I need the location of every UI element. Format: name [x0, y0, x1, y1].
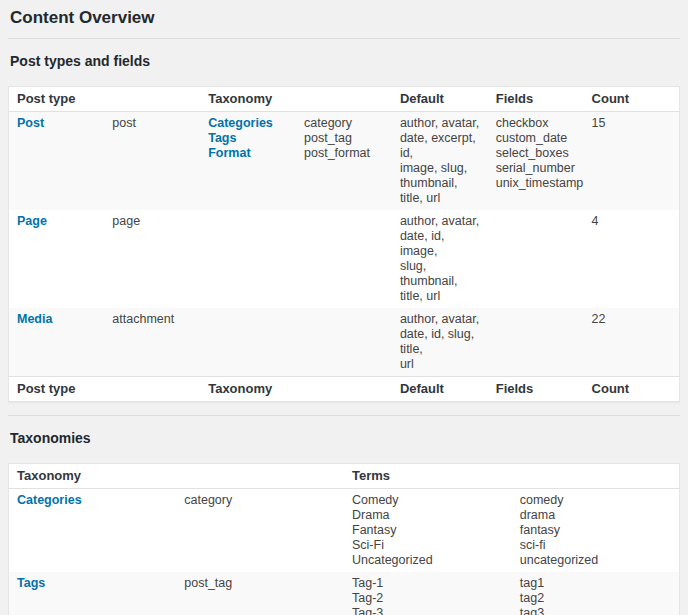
page-default-fields: author, avatar, date, id, image, slug, t…: [392, 210, 488, 308]
media-default-fields: author, avatar, date, id, slug, title, u…: [392, 308, 488, 377]
categories-slug: category: [176, 489, 344, 573]
header-taxonomy2: Taxonomy: [9, 464, 345, 489]
post-types-footer-row: Post type Taxonomy Default Fields Count: [9, 377, 680, 402]
header-terms: Terms: [344, 464, 680, 489]
taxonomy-row-link-categories[interactable]: Categories: [17, 493, 82, 508]
post-types-header-row: Post type Taxonomy Default Fields Count: [9, 87, 680, 112]
footer-taxonomy: Taxonomy: [200, 377, 392, 402]
content-overview-page: Content Overview Post types and fields P…: [0, 8, 688, 615]
table-row-tags: Tags post_tag Tag-1 Tag-2 Tag-3 tag1 tag…: [9, 572, 680, 615]
post-types-table: Post type Taxonomy Default Fields Count …: [8, 86, 680, 402]
media-type-slug: attachment: [104, 308, 200, 377]
tags-term-slugs: tag1 tag2 tag3: [512, 572, 680, 615]
footer-post-type: Post type: [9, 377, 201, 402]
post-type-link-post[interactable]: Post: [17, 116, 44, 131]
header-post-type: Post type: [9, 87, 201, 112]
taxonomy-link-categories[interactable]: Categories: [208, 116, 288, 131]
header-default: Default: [392, 87, 488, 112]
footer-count: Count: [584, 377, 680, 402]
post-type-link-media[interactable]: Media: [17, 312, 52, 327]
header-fields: Fields: [488, 87, 584, 112]
page-type-slug: page: [104, 210, 200, 308]
media-taxonomy-slugs: [296, 308, 392, 377]
page-title: Content Overview: [10, 8, 678, 28]
tags-term-names: Tag-1 Tag-2 Tag-3: [344, 572, 512, 615]
categories-name-cell: Categories: [9, 489, 177, 573]
table-row-media: Media attachment author, avatar, date, i…: [9, 308, 680, 377]
page-taxonomy-links-cell: [200, 210, 296, 308]
footer-fields: Fields: [488, 377, 584, 402]
footer-default: Default: [392, 377, 488, 402]
page-taxonomy-slugs: [296, 210, 392, 308]
post-type-name-cell: Post: [9, 112, 105, 211]
page-count: 4: [584, 210, 680, 308]
post-default-fields: author, avatar, date, excerpt, id, image…: [392, 112, 488, 211]
media-taxonomy-links-cell: [200, 308, 296, 377]
post-type-slug: post: [104, 112, 200, 211]
table-row-categories: Categories category Comedy Drama Fantasy…: [9, 489, 680, 573]
header-taxonomy: Taxonomy: [200, 87, 392, 112]
header-count: Count: [584, 87, 680, 112]
table-row-post: Post post Categories Tags Format categor…: [9, 112, 680, 211]
media-custom-fields: [488, 308, 584, 377]
post-taxonomy-slugs: category post_tag post_format: [296, 112, 392, 211]
table-row-page: Page page author, avatar, date, id, imag…: [9, 210, 680, 308]
post-type-link-page[interactable]: Page: [17, 214, 47, 229]
tags-slug: post_tag: [176, 572, 344, 615]
tags-name-cell: Tags: [9, 572, 177, 615]
media-type-name-cell: Media: [9, 308, 105, 377]
post-count: 15: [584, 112, 680, 211]
post-custom-fields: checkbox custom_date select_boxes serial…: [488, 112, 584, 211]
page-type-name-cell: Page: [9, 210, 105, 308]
taxonomies-table: Taxonomy Terms Categories category Comed…: [8, 463, 680, 615]
taxonomy-row-link-tags[interactable]: Tags: [17, 576, 45, 591]
categories-term-names: Comedy Drama Fantasy Sci-Fi Uncategorize…: [344, 489, 512, 573]
section-divider-middle: [8, 415, 680, 416]
section-divider-top: [8, 38, 680, 39]
taxonomy-link-format[interactable]: Format: [208, 146, 288, 161]
categories-term-slugs: comedy drama fantasy sci-fi uncategorize…: [512, 489, 680, 573]
taxonomy-link-tags[interactable]: Tags: [208, 131, 288, 146]
taxonomies-header-row: Taxonomy Terms: [9, 464, 680, 489]
post-taxonomy-links-cell: Categories Tags Format: [200, 112, 296, 211]
page-custom-fields: [488, 210, 584, 308]
section-heading-taxonomies: Taxonomies: [10, 429, 678, 448]
section-heading-post-types: Post types and fields: [10, 52, 678, 71]
media-count: 22: [584, 308, 680, 377]
